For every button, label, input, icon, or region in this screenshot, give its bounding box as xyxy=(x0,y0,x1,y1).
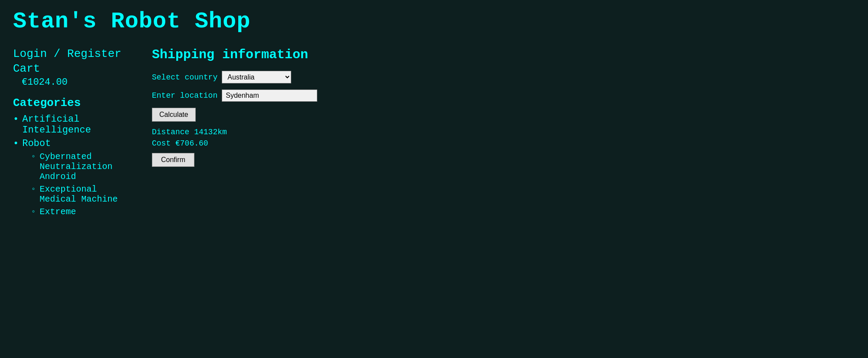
country-label: Select country xyxy=(152,73,217,82)
country-row: Select country Australia United States U… xyxy=(152,71,855,83)
categories-title: Categories xyxy=(13,96,135,109)
country-select[interactable]: Australia United States United Kingdom G… xyxy=(222,71,291,83)
sidebar: Login / Register Cart €1024.00 Categorie… xyxy=(13,47,135,222)
category-list: Artificial Intelligence Robot Cybernated… xyxy=(13,114,135,219)
cart-total: €1024.00 xyxy=(22,77,135,88)
subcategory-label-cna: Cybernated Neutralization Android xyxy=(39,152,135,182)
confirm-button[interactable]: Confirm xyxy=(152,153,194,167)
subcategory-item-cna[interactable]: Cybernated Neutralization Android xyxy=(31,152,135,182)
nav-section: Login / Register Cart €1024.00 xyxy=(13,47,135,88)
category-item-ai[interactable]: Artificial Intelligence xyxy=(13,114,135,136)
subcategory-label-extreme: Extreme xyxy=(39,207,76,217)
calculate-row: Calculate xyxy=(152,108,855,122)
distance-text: Distance 14132km xyxy=(152,128,855,136)
cart-link[interactable]: Cart xyxy=(13,62,135,75)
location-label: Enter location xyxy=(152,91,217,100)
login-register-link[interactable]: Login / Register xyxy=(13,47,135,60)
shipping-section-title: Shipping information xyxy=(152,47,855,62)
category-item-robot[interactable]: Robot Cybernated Neutralization Android … xyxy=(13,138,135,219)
subcategory-item-emm[interactable]: Exceptional Medical Machine xyxy=(31,184,135,204)
category-label-ai: Artificial Intelligence xyxy=(22,114,135,136)
category-label-robot: Robot xyxy=(22,138,51,149)
site-title: Stan's Robot Shop xyxy=(13,9,855,34)
subcategory-list-robot: Cybernated Neutralization Android Except… xyxy=(31,152,135,217)
location-row: Enter location xyxy=(152,90,855,102)
subcategory-item-extreme[interactable]: Extreme xyxy=(31,207,135,217)
calculate-button[interactable]: Calculate xyxy=(152,108,196,122)
location-input[interactable] xyxy=(222,90,317,102)
subcategory-label-emm: Exceptional Medical Machine xyxy=(39,184,135,204)
cost-text: Cost €706.60 xyxy=(152,139,855,148)
content-area: Shipping information Select country Aust… xyxy=(152,47,855,167)
